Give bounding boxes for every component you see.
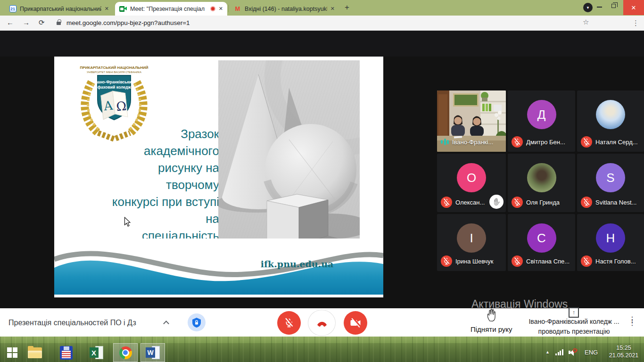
meeting-safety-button[interactable] [188, 313, 206, 331]
participant-name: Наталя Серд... [595, 139, 638, 146]
profile-media-icon[interactable]: ▼ [583, 3, 593, 12]
avatar [527, 163, 556, 192]
tab-calendar[interactable]: 21 Прикарпатський національний ✕ [5, 2, 113, 16]
participant-tile[interactable]: Наталя Серд... [577, 90, 644, 152]
mic-muted-icon [581, 136, 592, 148]
meet-control-bar: Презентація спеціальностей ПО і Дз Підня… [0, 308, 644, 337]
shield-lock-icon [191, 317, 202, 328]
leave-call-button[interactable] [308, 310, 336, 336]
more-options-icon[interactable]: ⋮⋮ [628, 318, 636, 324]
tray-date[interactable]: 21.05.2021 [605, 352, 643, 359]
back-icon[interactable]: ← [7, 18, 14, 26]
folder-icon [28, 347, 42, 358]
close-tab-icon[interactable]: ✕ [219, 6, 223, 12]
tab-title: Прикарпатський національний [20, 6, 101, 12]
start-button[interactable] [0, 343, 25, 362]
floppy-disk-icon [60, 346, 73, 360]
window-close-button[interactable]: ✕ [623, 0, 644, 15]
shield-line2: фаховий коледж [97, 85, 131, 90]
participant-tile[interactable]: S Svitlana Nest... [577, 154, 644, 212]
hang-up-icon [316, 317, 328, 329]
participant-name: Світлана Спе... [526, 258, 570, 265]
tray-show-hidden-icon[interactable]: ▲ [545, 350, 550, 354]
window-minimize-button[interactable] [597, 7, 602, 8]
meeting-name[interactable]: Презентація спеціальностей ПО і Дз [8, 319, 136, 327]
participant-tile[interactable]: О Олексан... ✋ [437, 154, 506, 212]
address-bar: ← → ⟳ meet.google.com/ppu-bjez-pgn?authu… [0, 16, 644, 31]
close-tab-icon[interactable]: ✕ [330, 6, 335, 12]
file-explorer-button[interactable] [23, 343, 47, 362]
mic-muted-icon [441, 255, 452, 267]
tab-title: Meet: "Презентація спеціал [130, 6, 207, 12]
participant-name: Дмитро Бен... [526, 139, 565, 146]
tray-time[interactable]: 15:25 [607, 345, 640, 351]
forward-icon[interactable]: → [23, 18, 30, 26]
avatar [596, 100, 625, 129]
presenting-status: Івано-Франківський коледж ... проводить … [521, 317, 627, 337]
mic-off-icon [283, 317, 295, 329]
participant-tile[interactable]: Д Дмитро Бен... [508, 90, 575, 152]
windows-logo-icon [7, 347, 17, 358]
bookmark-star-icon[interactable]: ☆ [583, 18, 589, 26]
slide-website-url: ifk.pnu.edu.ua [243, 259, 351, 269]
meet-icon [119, 5, 127, 13]
participant-tile[interactable]: С Світлана Спе... [508, 214, 575, 271]
camera-off-button[interactable] [344, 311, 367, 335]
participant-tile[interactable]: Оля Гринда [508, 154, 575, 212]
crest-line2: УНІВЕРСИТЕТ ІМЕНІ ВАСИЛЯ СТЕФАНИКА [87, 71, 141, 74]
participant-name: Олексан... [455, 199, 485, 206]
mic-muted-icon [512, 255, 523, 267]
mouse-cursor-icon [124, 217, 131, 227]
mic-muted-icon [512, 197, 523, 208]
tab-separator [228, 5, 229, 12]
shared-presentation-slide: ПРИКАРПАТСЬКИЙ НАЦІОНАЛЬНИЙ УНІВЕРСИТЕТ … [54, 57, 383, 297]
participant-tile-video[interactable]: Івано-Франкі... [437, 90, 506, 152]
new-tab-button[interactable]: + [345, 3, 349, 12]
meet-header: Івано-Франківський коледж ПНУ на екрані … [0, 31, 644, 57]
chrome-taskbar-button[interactable] [113, 343, 138, 362]
hand-raise-square-icon[interactable]: ↑ [569, 307, 579, 318]
participant-name: Настя Голов... [595, 258, 636, 265]
participant-tile[interactable]: Н Настя Голов... [577, 214, 644, 271]
network-signal-icon[interactable] [555, 349, 563, 355]
participant-tile[interactable]: І Ірина Шевчук [437, 214, 506, 271]
word-icon: W [146, 346, 160, 359]
participant-name: Ірина Шевчук [455, 258, 494, 265]
tab-gmail[interactable]: M Вхідні (146) - nataliya.koptsyukh ✕ [230, 2, 339, 16]
chrome-icon [119, 346, 132, 359]
reload-icon[interactable]: ⟳ [39, 18, 45, 27]
mic-muted-icon [441, 197, 452, 208]
svg-text:Ω: Ω [116, 99, 127, 114]
window-restore-button[interactable] [611, 4, 616, 8]
academic-drawing-image [218, 60, 360, 248]
participant-name: Івано-Франкі... [452, 139, 493, 146]
chevron-up-icon[interactable] [163, 321, 169, 327]
participant-name: Svitlana Nest... [595, 199, 636, 206]
recording-indicator-icon [210, 6, 215, 11]
crest-line1: ПРИКАРПАТСЬКИЙ НАЦІОНАЛЬНИЙ [80, 66, 148, 70]
close-tab-icon[interactable]: ✕ [105, 6, 109, 12]
mic-muted-icon [581, 255, 592, 267]
volume-muted-icon[interactable] [569, 349, 577, 356]
gmail-icon: M [234, 5, 241, 13]
excel-icon: X [90, 346, 103, 359]
browser-tab-bar: 21 Прикарпатський національний ✕ Meet: "… [0, 0, 644, 16]
camera-off-icon [349, 317, 362, 329]
language-indicator[interactable]: ENG [585, 349, 598, 356]
secure-lock-icon[interactable] [57, 22, 61, 25]
calendar-icon: 21 [9, 5, 17, 13]
url-text[interactable]: meet.google.com/ppu-bjez-pgn?authuser=1 [66, 19, 190, 26]
browser-menu-icon[interactable]: ⋮ [632, 19, 639, 27]
tab-meet-active[interactable]: Meet: "Презентація спеціал ✕ [115, 2, 227, 16]
excel-button[interactable]: X [84, 343, 108, 362]
mute-mic-button[interactable] [277, 311, 301, 335]
raise-hand-label[interactable]: Підняти руку [471, 325, 512, 333]
main-stage: ПРИКАРПАТСЬКИЙ НАЦІОНАЛЬНИЙ УНІВЕРСИТЕТ … [0, 57, 644, 308]
tab-title: Вхідні (146) - nataliya.koptsyukh [245, 6, 327, 12]
shield-line1: Івано-Франківський [94, 80, 134, 84]
word-taskbar-button[interactable]: W [140, 343, 165, 362]
hand-cursor-icon [486, 308, 498, 322]
floppy-app-button[interactable] [54, 343, 78, 362]
avatar: Н [596, 223, 625, 253]
screen: 21 Прикарпатський національний ✕ Meet: "… [0, 0, 644, 362]
